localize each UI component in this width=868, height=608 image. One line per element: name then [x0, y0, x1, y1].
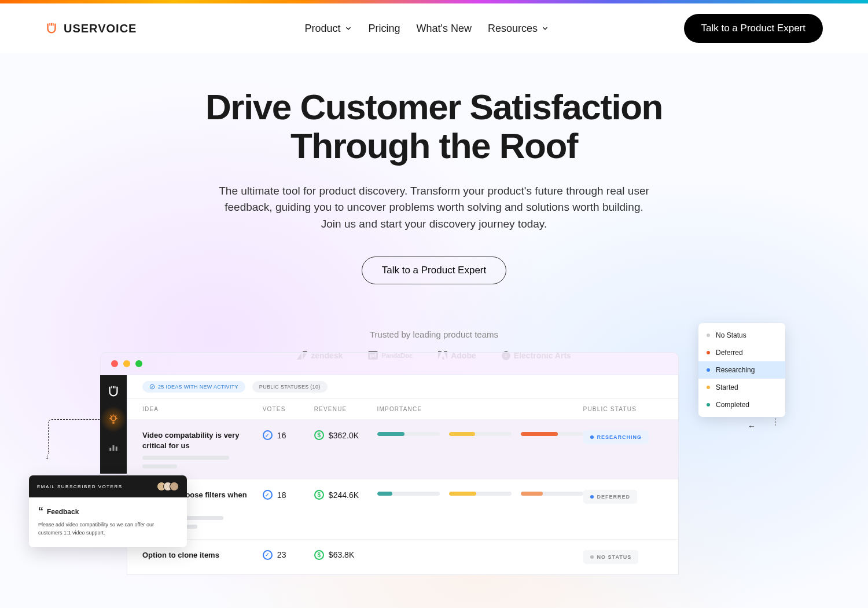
- product-mockup: 25 IDEAS WITH NEW ACTIVITY PUBLIC STATUS…: [100, 352, 679, 575]
- importance-bar: [449, 432, 512, 436]
- votes-icon: ✓: [263, 490, 273, 500]
- statuses-filter-pill[interactable]: PUBLIC STATUSES (10): [252, 381, 328, 393]
- importance-cell: [377, 550, 583, 552]
- votes-icon: ✓: [263, 430, 273, 440]
- talk-to-expert-button[interactable]: Talk to a Product Expert: [684, 14, 823, 43]
- nav-product[interactable]: Product: [304, 23, 352, 35]
- status-cell[interactable]: RESEARCHING: [583, 430, 663, 444]
- status-cell[interactable]: NO STATUS: [583, 550, 663, 564]
- annotation-arrow: [48, 419, 101, 454]
- filters-row: 25 IDEAS WITH NEW ACTIVITY PUBLIC STATUS…: [127, 375, 678, 399]
- importance-cell: [377, 490, 583, 496]
- status-dot: [707, 386, 710, 389]
- nav-resources[interactable]: Resources: [488, 23, 549, 35]
- svg-rect-1: [51, 23, 52, 26]
- svg-rect-8: [113, 445, 115, 451]
- chart-icon[interactable]: [106, 440, 120, 454]
- hero-title: Drive Customer SatisfactionThrough the R…: [0, 88, 868, 166]
- importance-bar: [521, 432, 583, 436]
- hero-cta-button[interactable]: Talk to a Product Expert: [362, 257, 506, 284]
- svg-point-6: [111, 416, 116, 420]
- chevron-down-icon: [344, 24, 352, 32]
- status-menu-item[interactable]: No Status: [698, 327, 785, 344]
- svg-rect-3: [111, 386, 112, 389]
- feedback-body-text: Please add video compatibility so we can…: [38, 521, 178, 537]
- importance-bar: [521, 492, 583, 496]
- revenue-icon: $: [314, 550, 324, 560]
- feedback-popup-header: EMAIL SUBSCRIBED VOTERS: [29, 475, 187, 497]
- arrow-head-icon: ←: [748, 422, 756, 431]
- svg-rect-9: [116, 446, 117, 451]
- minimize-dot: [123, 360, 130, 367]
- status-menu-item[interactable]: Completed: [698, 396, 785, 413]
- uservoice-logo-icon: [45, 22, 58, 35]
- status-dropdown-menu: No StatusDeferredResearchingStartedCompl…: [698, 323, 785, 417]
- status-menu-item[interactable]: Deferred: [698, 344, 785, 361]
- feedback-title: “Feedback: [38, 506, 178, 518]
- svg-rect-5: [115, 386, 116, 389]
- maximize-dot: [135, 360, 142, 367]
- status-dot: [707, 368, 710, 372]
- status-menu-item[interactable]: Researching: [698, 361, 785, 379]
- feedback-popup: EMAIL SUBSCRIBED VOTERS “Feedback Please…: [29, 475, 187, 547]
- svg-rect-7: [109, 448, 111, 451]
- votes-cell: ✓18: [263, 490, 314, 500]
- ideas-table: 25 IDEAS WITH NEW ACTIVITY PUBLIC STATUS…: [127, 375, 679, 575]
- votes-icon: ✓: [263, 550, 273, 560]
- header-votes: VOTES: [263, 406, 314, 412]
- revenue-cell: $$362.0K: [314, 430, 377, 440]
- logo[interactable]: USERVOICE: [45, 22, 137, 35]
- window-controls: [100, 352, 679, 375]
- header-status: PUBLIC STATUS: [583, 406, 663, 412]
- votes-cell: ✓23: [263, 550, 314, 560]
- status-dot: [707, 334, 710, 337]
- importance-cell: [377, 430, 583, 436]
- table-header: IDEA VOTES REVENUE IMPORTANCE PUBLIC STA…: [127, 399, 678, 419]
- status-dot: [707, 351, 710, 354]
- status-cell[interactable]: DEFERRED: [583, 490, 663, 504]
- status-dot: [707, 403, 710, 406]
- importance-bar: [377, 432, 440, 436]
- idea-cell: Option to clone items: [142, 550, 263, 561]
- voter-avatars: [160, 482, 179, 491]
- svg-rect-0: [49, 23, 50, 26]
- activity-filter-pill[interactable]: 25 IDEAS WITH NEW ACTIVITY: [142, 381, 245, 393]
- header-importance: IMPORTANCE: [377, 406, 583, 412]
- chevron-down-icon: [541, 24, 549, 32]
- check-circle-icon: [149, 384, 155, 390]
- site-header: USERVOICE Product Pricing What's New Res…: [0, 3, 868, 53]
- close-dot: [111, 360, 118, 367]
- revenue-icon: $: [314, 490, 324, 500]
- table-row[interactable]: Video compatability is very critical for…: [127, 419, 678, 479]
- revenue-icon: $: [314, 430, 324, 440]
- lightbulb-icon[interactable]: [100, 406, 127, 433]
- revenue-cell: $$244.6K: [314, 490, 377, 500]
- revenue-cell: $$63.8K: [314, 550, 377, 560]
- main-nav: Product Pricing What's New Resources: [304, 23, 549, 35]
- nav-pricing[interactable]: Pricing: [369, 23, 400, 35]
- brand-name: USERVOICE: [64, 22, 137, 35]
- header-idea: IDEA: [142, 406, 263, 412]
- votes-cell: ✓16: [263, 430, 314, 440]
- table-row[interactable]: Option to clone items ✓23 $$63.8K NO STA…: [127, 539, 678, 574]
- importance-bar: [377, 492, 440, 496]
- sidebar-logo-icon[interactable]: [106, 384, 120, 398]
- idea-cell: Video compatability is very critical for…: [142, 430, 263, 468]
- hero-subtitle: The ultimate tool for product discovery.…: [214, 183, 654, 233]
- table-row[interactable]: Ability to choose filters when searching…: [127, 479, 678, 539]
- header-revenue: REVENUE: [314, 406, 377, 412]
- svg-rect-2: [53, 23, 54, 26]
- nav-whats-new[interactable]: What's New: [417, 23, 472, 35]
- importance-bar: [449, 492, 512, 496]
- app-sidebar: [100, 375, 127, 474]
- quote-icon: “: [38, 506, 43, 518]
- arrow-head-icon: ↓: [45, 452, 49, 461]
- svg-rect-4: [113, 386, 114, 389]
- status-menu-item[interactable]: Started: [698, 379, 785, 396]
